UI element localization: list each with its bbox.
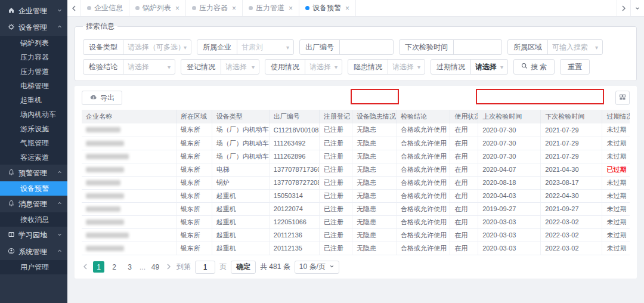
field-label: 所属区域 — [508, 42, 547, 52]
search-button[interactable]: 搜 索 — [513, 59, 555, 75]
column-grid-icon — [619, 94, 626, 103]
sidebar-item-passenger-ropeway[interactable]: 客运索道 — [0, 150, 67, 165]
table-toolbar: 导出 — [82, 91, 630, 105]
reset-button[interactable]: 重置 — [560, 59, 590, 75]
col-usage: 使用状况 — [450, 110, 478, 123]
sidebar-item-device-mgmt[interactable]: 设备管理 — [0, 19, 67, 36]
field-value: 甘肃刘 — [242, 42, 263, 52]
page-ellipsis: ... — [140, 263, 145, 271]
tab-label: 压力容器 — [199, 3, 228, 13]
table-row: 银东所 起重机 15050314 已注册 无隐患 合格或允许使用 在用 2020… — [82, 189, 630, 202]
expired-badge: 已过期 — [602, 163, 630, 176]
tab-pressure-pipe[interactable]: 压力管道 × — [243, 0, 299, 16]
tab-boiler-list[interactable]: 锅炉列表 × — [129, 0, 186, 16]
registration-status-select[interactable]: 登记情况 请选择▾ — [181, 59, 259, 75]
table-row: 银东所 场（厂）内机动车 111263492 已注册 无隐患 合格或允许使用 在… — [82, 137, 630, 150]
chevron-up-icon — [57, 169, 63, 177]
sidebar-item-receive-message[interactable]: 接收消息 — [0, 212, 67, 227]
company-redacted — [86, 233, 129, 238]
page-button-1[interactable]: 1 — [93, 261, 104, 273]
chevron-down-icon: ▾ — [286, 44, 289, 51]
close-icon[interactable]: × — [345, 5, 349, 12]
page-button-3[interactable]: 3 — [124, 261, 135, 273]
company-redacted — [86, 193, 124, 199]
tab-label: 锅炉列表 — [143, 3, 171, 13]
sidebar-item-boiler-list[interactable]: 锅炉列表 — [0, 36, 67, 50]
tab-label: 企业信息 — [94, 3, 123, 13]
jump-page-input[interactable] — [195, 261, 215, 274]
sidebar-item-label: 消息管理 — [18, 199, 47, 209]
column-settings-button[interactable] — [615, 91, 630, 105]
next-inspection-date-input[interactable] — [458, 40, 497, 54]
usage-status-select[interactable]: 使用情况 请选择▾ — [265, 59, 342, 75]
next-inspection-date-field[interactable]: 下次检验时间 — [399, 39, 502, 55]
total-count-label: 共 481 条 — [260, 262, 290, 272]
search-button-label: 搜 索 — [531, 62, 547, 72]
user-icon — [8, 248, 15, 256]
table-panel: 导出 企业名称 所在区域 — [75, 86, 637, 279]
sidebar-item-device-warning[interactable]: 设备预警 — [0, 181, 67, 196]
col-device-type: 设备类型 — [212, 110, 269, 123]
page-button-2[interactable]: 2 — [109, 261, 120, 273]
owner-enterprise-select[interactable]: 所属企业 甘肃刘▾ — [197, 39, 294, 55]
sidebar-item-cylinder-mgmt[interactable]: 气瓶管理 — [0, 136, 67, 150]
device-type-select[interactable]: 设备类型 请选择（可多选）▾ — [83, 39, 191, 55]
chevron-down-icon — [57, 7, 63, 15]
chevron-up-icon — [57, 200, 63, 208]
sidebar-item-learning-garden[interactable]: 学习园地 — [0, 227, 67, 243]
tab-dot — [135, 6, 140, 10]
tabs-scroll-right-button[interactable] — [617, 0, 630, 16]
sidebar-item-message-mgmt[interactable]: 消息管理 — [0, 196, 67, 212]
jump-confirm-button[interactable]: 确定 — [231, 261, 256, 274]
close-icon[interactable]: × — [289, 5, 293, 12]
sidebar-item-user-mgmt[interactable]: 用户管理 — [0, 260, 67, 274]
chevron-down-icon: ▾ — [500, 64, 503, 70]
table-row: 银东所 起重机 122051066 已注册 无隐患 合格或允许使用 在用 202… — [82, 215, 630, 228]
tabbar: 企业信息 锅炉列表 × 压力容器 × 压力管道 × 设备预警 × — [67, 0, 644, 17]
factory-serial-input[interactable] — [344, 40, 389, 54]
table-row: 银东所 起重机 20122074 已注册 无隐患 合格或允许使用 在用 2019… — [82, 202, 630, 215]
col-next-inspection: 下次检验时间 — [541, 110, 602, 123]
submenu-warning-mgmt: 设备预警 — [0, 181, 67, 196]
close-icon[interactable]: × — [175, 5, 179, 12]
sidebar-item-system-mgmt[interactable]: 系统管理 — [0, 243, 67, 260]
inspection-conclusion-select[interactable]: 检验结论 请选择▾ — [83, 59, 175, 75]
table-row: 银东所 场（厂）内机动车 111262896 已注册 无隐患 合格或允许使用 在… — [82, 150, 630, 163]
tab-label: 压力管道 — [256, 3, 284, 13]
field-label: 下次检验时间 — [400, 42, 453, 52]
company-redacted — [86, 141, 124, 146]
sidebar-item-elevator-mgmt[interactable]: 电梯管理 — [0, 79, 67, 93]
close-icon[interactable]: × — [232, 5, 236, 12]
table-row: 银东所 锅炉 1377078727208... 已注册 无隐患 合格或允许使用 … — [82, 176, 630, 189]
page-size-value: 10 条/页 — [299, 262, 326, 272]
tab-pressure-vessel[interactable]: 压力容器 × — [186, 0, 243, 16]
sidebar-item-warning-mgmt[interactable]: 预警管理 — [0, 165, 67, 181]
page-unit-label: 页 — [219, 262, 227, 272]
tab-device-warning[interactable]: 设备预警 × — [299, 0, 356, 16]
col-hazard: 设备隐患情况 — [352, 110, 396, 123]
chevron-down-icon: ▾ — [595, 44, 598, 51]
sidebar-item-enterprise-mgmt[interactable]: 企业管理 — [0, 2, 67, 19]
tabs-scroll-left-button[interactable] — [67, 0, 81, 16]
factory-serial-field[interactable]: 出厂编号 — [299, 39, 394, 55]
sidebar-item-label: 设备管理 — [18, 23, 47, 33]
next-page-button[interactable] — [165, 263, 172, 271]
tab-enterprise-info[interactable]: 企业信息 — [81, 0, 129, 16]
hazard-status-select[interactable]: 隐患情况 请选择▾ — [348, 59, 425, 75]
export-button[interactable]: 导出 — [82, 91, 122, 105]
expiry-status-select[interactable]: 过期情况 请选择▾ — [431, 59, 508, 75]
prev-page-button[interactable] — [82, 263, 89, 271]
page-button-49[interactable]: 49 — [150, 261, 161, 273]
field-label: 使用情况 — [265, 62, 305, 72]
search-row-1: 设备类型 请选择（可多选）▾ 所属企业 甘肃刘▾ 出厂编号 下次检验时间 — [83, 39, 628, 55]
sidebar-item-factory-vehicle[interactable]: 场内机动车 — [0, 107, 67, 122]
sidebar-item-amusement-facility[interactable]: 游乐设施 — [0, 122, 67, 136]
search-icon — [521, 63, 528, 71]
field-value: 请选择 — [225, 62, 247, 72]
page-size-select[interactable]: 10 条/页 — [295, 261, 339, 274]
sidebar-item-pressure-vessel[interactable]: 压力容器 — [0, 50, 67, 64]
sidebar-item-pressure-pipe[interactable]: 压力管道 — [0, 64, 67, 79]
sidebar-item-crane[interactable]: 起重机 — [0, 93, 67, 107]
region-select[interactable]: 所属区域 可输入搜索▾ — [507, 39, 603, 55]
tabs-menu-button[interactable] — [630, 0, 644, 16]
